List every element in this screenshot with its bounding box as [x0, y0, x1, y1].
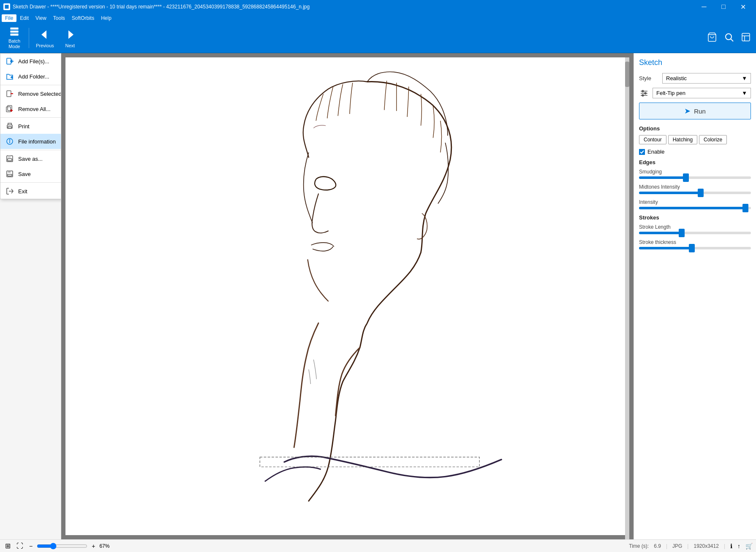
canvas-scrollbar[interactable] [625, 57, 629, 539]
zoom-slider[interactable] [37, 543, 87, 549]
midtones-thumb[interactable] [698, 189, 704, 197]
title-bar-controls: ─ □ ✕ [694, 0, 753, 14]
presets-dropdown-arrow: ▼ [742, 90, 747, 96]
smudging-label: Smudging [639, 169, 751, 175]
svg-line-7 [731, 39, 733, 41]
menu-tools[interactable]: Tools [50, 14, 68, 22]
edges-label: Edges [639, 159, 751, 165]
next-button[interactable]: Next [59, 24, 81, 51]
menu-softorbits[interactable]: SoftOrbits [68, 14, 98, 22]
svg-point-36 [642, 90, 644, 92]
minimize-button[interactable]: ─ [694, 0, 714, 14]
smudging-fill [639, 176, 686, 179]
menu-item-file-info[interactable]: File information [0, 134, 61, 149]
next-icon [63, 28, 77, 41]
save-label: Save [18, 171, 31, 177]
toolbar-separator [29, 28, 29, 48]
style-row: Style Realistic ▼ [639, 73, 751, 84]
status-left: ⊞ ⛶ − + 67% [3, 541, 625, 550]
svg-rect-32 [8, 174, 12, 176]
add-files-label: Add File(s)... [18, 58, 49, 65]
stroke-thickness-track[interactable] [639, 247, 751, 249]
zoom-out-button[interactable]: − [27, 542, 34, 550]
run-button[interactable]: ➤ Run [639, 103, 751, 119]
menu-separator-2 [0, 117, 61, 118]
menu-bar: File Edit View Tools SoftOrbits Help [0, 14, 756, 23]
svg-marker-4 [68, 30, 73, 39]
midtones-fill [639, 192, 701, 194]
midtones-track[interactable] [639, 192, 751, 194]
stroke-length-track[interactable] [639, 232, 751, 234]
dimensions-label: 1920x3412 [693, 543, 718, 549]
smudging-thumb[interactable] [683, 173, 689, 182]
print-label: Print [18, 123, 30, 130]
presets-row: Felt-Tip pen ▼ [639, 88, 751, 98]
toolbar-right [705, 30, 753, 45]
close-button[interactable]: ✕ [733, 0, 753, 14]
menu-item-add-folder[interactable]: Add Folder... [0, 69, 61, 84]
info-button[interactable]: ℹ [730, 543, 732, 549]
stroke-length-thumb[interactable] [679, 229, 685, 237]
settings-icon[interactable] [739, 30, 753, 45]
stroke-thickness-fill [639, 247, 692, 249]
stroke-thickness-thumb[interactable] [689, 244, 695, 252]
fit-window-button[interactable]: ⛶ [15, 542, 25, 550]
cart-icon[interactable] [705, 30, 719, 45]
svg-point-26 [9, 140, 10, 141]
svg-marker-3 [41, 30, 46, 39]
intensity-thumb[interactable] [742, 204, 748, 212]
canvas-scrollbar-thumb[interactable] [625, 62, 629, 87]
menu-item-exit[interactable]: Exit [0, 184, 61, 199]
file-info-label: File information [18, 138, 56, 145]
menu-edit[interactable]: Edit [16, 14, 32, 22]
option-tabs: Contour Hatching Colorize [639, 135, 751, 144]
app-icon [3, 3, 10, 10]
style-label: Style [639, 75, 662, 81]
menu-item-remove-selected[interactable]: Remove Selected... [0, 86, 61, 101]
presets-icon [639, 88, 649, 98]
status-separator-2: | [687, 543, 688, 549]
presets-dropdown[interactable]: Felt-Tip pen ▼ [653, 88, 751, 98]
run-label: Run [694, 108, 706, 115]
menu-item-save[interactable]: Save [0, 166, 61, 181]
share-button[interactable]: ↑ [737, 543, 740, 549]
tab-colorize[interactable]: Colorize [699, 135, 727, 144]
zoom-in-button[interactable]: + [90, 542, 97, 550]
batch-mode-button[interactable]: BatchMode [3, 24, 25, 51]
menu-view[interactable]: View [32, 14, 50, 22]
batch-mode-icon [8, 26, 21, 37]
print-icon [5, 122, 14, 130]
enable-checkbox[interactable] [639, 149, 645, 155]
main-layout: Add File(s)... Add Folder... Remove Sele… [0, 53, 756, 539]
menu-separator-3 [0, 150, 61, 150]
options-label: Options [639, 125, 751, 132]
menu-file[interactable]: File [2, 14, 16, 22]
title-bar-left: Sketch Drawer - ****Unregistered version… [3, 3, 310, 10]
window-title: Sketch Drawer - ****Unregistered version… [13, 4, 310, 10]
search-icon[interactable] [722, 30, 736, 45]
file-panel: Add File(s)... Add Folder... Remove Sele… [0, 53, 61, 539]
menu-item-add-files[interactable]: Add File(s)... [0, 54, 61, 69]
remove-selected-label: Remove Selected... [18, 91, 61, 97]
svg-point-38 [645, 92, 646, 94]
menu-item-save-as[interactable]: Save as... [0, 151, 61, 166]
svg-rect-18 [6, 107, 11, 112]
menu-item-remove-all[interactable]: Remove All... [0, 101, 61, 116]
menu-help[interactable]: Help [98, 14, 115, 22]
intensity-section: Intensity [639, 199, 751, 209]
previous-button[interactable]: Previous [33, 24, 57, 51]
smudging-section: Smudging [639, 169, 751, 179]
svg-rect-23 [8, 127, 11, 128]
intensity-track[interactable] [639, 207, 751, 209]
enable-row: Enable [639, 149, 751, 155]
add-folder-icon [5, 72, 14, 81]
menu-item-print[interactable]: Print [0, 119, 61, 134]
maximize-button[interactable]: □ [714, 0, 733, 14]
tab-hatching[interactable]: Hatching [668, 135, 697, 144]
tab-contour[interactable]: Contour [639, 135, 666, 144]
remove-all-icon [5, 105, 14, 113]
smudging-track[interactable] [639, 176, 751, 179]
buy-button[interactable]: 🛒 [745, 543, 753, 549]
style-dropdown[interactable]: Realistic ▼ [662, 73, 751, 84]
fit-page-button[interactable]: ⊞ [3, 541, 12, 550]
